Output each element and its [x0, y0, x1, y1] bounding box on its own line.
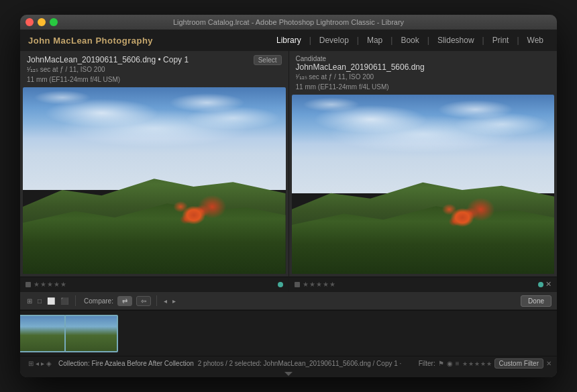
grid-view-icon[interactable]: ⊞ [25, 296, 34, 306]
left-star-5[interactable]: ★ [60, 281, 66, 288]
right-photo-info: Candidate JohnMacLean_20190611_5606.dng … [296, 55, 425, 92]
expand-bar[interactable] [20, 371, 557, 377]
filter-star-1[interactable]: ★ [462, 360, 468, 367]
left-photo-info: JohnMacLean_20190611_5606.dng • Copy 1 ¹… [27, 55, 189, 85]
brand-name-first: John MacLean [28, 36, 93, 46]
next-icon[interactable]: ▸ [171, 296, 177, 306]
toolbar-sep-1 [75, 295, 76, 306]
right-exif-line2: 11 mm (EF11-24mm f/4L USM) [296, 83, 425, 92]
filter-sort-icon[interactable]: ≡ [456, 360, 460, 367]
filter-label: Filter: [419, 360, 435, 367]
filmstrip-nav-icons: ⊞ ◂ ▸ ◈ [25, 360, 54, 367]
left-zoom-icon [25, 282, 31, 287]
right-photo-header: Candidate JohnMacLean_20190611_5606.dng … [289, 51, 558, 95]
main-content: JohnMacLean_20190611_5606.dng • Copy 1 ¹… [20, 51, 557, 377]
right-star-3[interactable]: ★ [316, 281, 322, 288]
right-star-4[interactable]: ★ [323, 281, 329, 288]
filter-star-5[interactable]: ★ [486, 360, 492, 367]
traffic-lights [25, 18, 58, 26]
left-bottom-bar: ★ ★ ★ ★ ★ [20, 277, 288, 291]
filter-stars: ★ ★ ★ ★ ★ [462, 360, 492, 367]
right-rating: ★ ★ ★ ★ ★ [303, 281, 335, 288]
filter-star-4[interactable]: ★ [480, 360, 486, 367]
filter-flag-icon[interactable]: ⚑ [438, 360, 444, 367]
make-select-btn[interactable]: ⇦ [136, 296, 151, 306]
filter-star-3[interactable]: ★ [474, 360, 480, 367]
custom-filter-btn[interactable]: Custom Filter [494, 358, 543, 369]
left-star-3[interactable]: ★ [47, 281, 53, 288]
thumbnail-2[interactable] [64, 315, 118, 352]
right-exif-line1: ¹⁄₁₂₅ sec at ƒ / 11, ISO 200 [296, 72, 425, 82]
filmstrip-left-panel [20, 311, 60, 356]
nav-menu: Library | Develop | Map | Book | Slidesh… [271, 34, 549, 46]
left-exif-line1: ¹⁄₁₂₅ sec at ƒ / 11, ISO 200 [27, 65, 189, 75]
compare-label: Compare: [84, 297, 113, 305]
right-zoom-icon [295, 282, 300, 287]
right-photo-panel: Candidate JohnMacLean_20190611_5606.dng … [289, 51, 558, 291]
right-star-1[interactable]: ★ [303, 281, 309, 288]
left-star-4[interactable]: ★ [54, 281, 60, 288]
expand-icon[interactable] [284, 372, 293, 376]
status-bar: ⊞ ◂ ▸ ◈ Collection: Fire Azalea Before A… [20, 356, 557, 371]
candidate-label: Candidate [296, 55, 425, 62]
right-bottom-bar: ★ ★ ★ ★ ★ ✕ [289, 277, 558, 291]
right-filename: JohnMacLean_20190611_5606.dng [296, 62, 425, 72]
survey-view-icon[interactable]: ⬛ [59, 296, 70, 306]
toolbar-strip: ⊞ □ ⬜ ⬛ Compare: ⇄ ⇦ ◂ ▸ Done [20, 291, 557, 310]
filmstrip-area [20, 310, 557, 356]
status-collection: Collection: Fire Azalea Before After Col… [58, 360, 194, 367]
filmstrip-icon-next[interactable]: ▸ [41, 360, 44, 367]
right-close-btn[interactable]: ✕ [545, 280, 552, 289]
status-selection: 2 photos / 2 selected: JohnMacLean_20190… [198, 360, 402, 367]
right-status-dot [538, 282, 543, 287]
nav-book[interactable]: Book [395, 34, 424, 46]
app-brand: John MacLean Photography [28, 36, 153, 46]
left-star-2[interactable]: ★ [40, 281, 46, 288]
left-photo-frame [23, 87, 286, 274]
select-button[interactable]: Select [254, 55, 282, 65]
right-star-5[interactable]: ★ [329, 281, 335, 288]
compare-area: JohnMacLean_20190611_5606.dng • Copy 1 ¹… [20, 51, 557, 291]
done-button[interactable]: Done [521, 295, 552, 307]
make-select-label: ⇦ [141, 297, 146, 305]
swap-btn[interactable]: ⇄ [117, 296, 132, 306]
nav-map[interactable]: Map [362, 34, 388, 46]
right-panel-right: ✕ [538, 280, 552, 289]
thumbnail-1[interactable] [20, 315, 66, 352]
compare-view-icon[interactable]: ⬜ [46, 296, 56, 306]
filmstrip-icon-prev[interactable]: ◂ [36, 360, 39, 367]
right-flowers [292, 193, 555, 274]
toolbar-sep-2 [156, 295, 157, 306]
nav-web[interactable]: Web [522, 34, 549, 46]
window-title: Lightroom Catalog.lrcat - Adobe Photosho… [173, 18, 404, 26]
nav-print[interactable]: Print [487, 34, 515, 46]
right-panel-controls [295, 282, 300, 287]
main-window: Lightroom Catalog.lrcat - Adobe Photosho… [20, 15, 557, 377]
nav-library[interactable]: Library [271, 34, 307, 46]
nav-develop[interactable]: Develop [314, 34, 354, 46]
left-photo-header: JohnMacLean_20190611_5606.dng • Copy 1 ¹… [20, 51, 288, 87]
swap-icon: ⇄ [122, 297, 127, 305]
prev-icon[interactable]: ◂ [162, 296, 168, 306]
minimize-button[interactable] [38, 18, 46, 26]
left-panel-right [278, 282, 283, 287]
maximize-button[interactable] [50, 18, 58, 26]
nav-slideshow[interactable]: Slideshow [432, 34, 480, 46]
brand-name-second: Photography [93, 36, 153, 46]
filter-close-icon[interactable]: ✕ [546, 360, 552, 367]
filmstrip-icon-grid[interactable]: ⊞ [28, 360, 34, 367]
left-photo-panel: JohnMacLean_20190611_5606.dng • Copy 1 ¹… [20, 51, 289, 291]
loupe-view-icon[interactable]: □ [36, 296, 43, 306]
filter-color-icon[interactable]: ◉ [447, 360, 453, 367]
filmstrip-thumbnails [60, 311, 557, 356]
filmstrip-icon-zoom[interactable]: ◈ [46, 360, 52, 367]
app-header: John MacLean Photography Library | Devel… [20, 30, 557, 51]
right-star-2[interactable]: ★ [309, 281, 315, 288]
close-button[interactable] [25, 18, 34, 26]
toolbar-right: Done [521, 295, 552, 307]
left-filename: JohnMacLean_20190611_5606.dng • Copy 1 [27, 55, 189, 64]
left-star-1[interactable]: ★ [34, 281, 40, 288]
left-exif-line2: 11 mm (EF11-24mm f/4L USM) [27, 75, 189, 85]
filter-star-2[interactable]: ★ [468, 360, 474, 367]
toolbar-nav-icons: ◂ ▸ [162, 296, 177, 306]
